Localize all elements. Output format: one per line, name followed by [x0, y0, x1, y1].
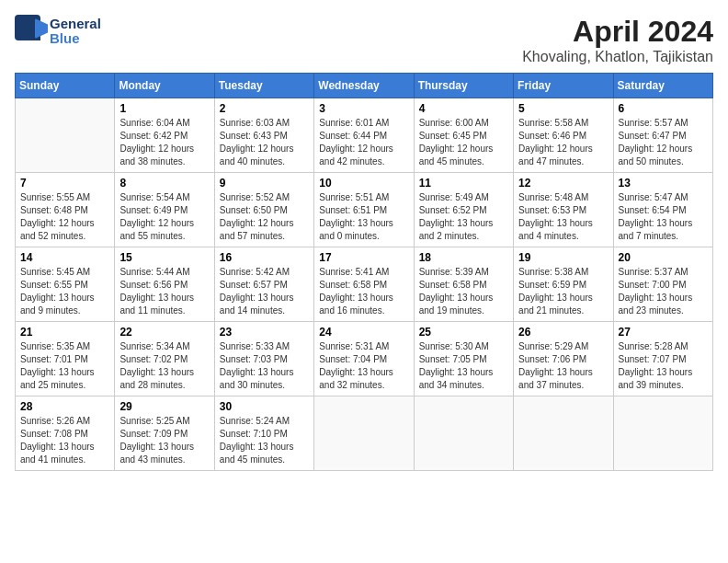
day-info: Sunrise: 5:52 AM Sunset: 6:50 PM Dayligh… [220, 191, 309, 243]
day-number: 12 [518, 177, 608, 190]
day-info: Sunrise: 5:30 AM Sunset: 7:05 PM Dayligh… [419, 340, 508, 392]
week-row-1: 1Sunrise: 6:04 AM Sunset: 6:42 PM Daylig… [16, 98, 713, 173]
calendar-cell: 23Sunrise: 5:33 AM Sunset: 7:03 PM Dayli… [214, 322, 313, 396]
calendar-cell [314, 396, 414, 471]
day-info: Sunrise: 5:55 AM Sunset: 6:48 PM Dayligh… [20, 191, 109, 243]
day-info: Sunrise: 5:29 AM Sunset: 7:06 PM Dayligh… [518, 340, 608, 392]
day-info: Sunrise: 5:51 AM Sunset: 6:51 PM Dayligh… [319, 191, 408, 243]
day-number: 20 [619, 251, 708, 264]
day-info: Sunrise: 5:31 AM Sunset: 7:04 PM Dayligh… [319, 340, 408, 392]
day-number: 10 [319, 177, 408, 190]
day-info: Sunrise: 5:42 AM Sunset: 6:57 PM Dayligh… [220, 266, 309, 317]
day-info: Sunrise: 5:34 AM Sunset: 7:02 PM Dayligh… [119, 340, 209, 392]
calendar-cell: 14Sunrise: 5:45 AM Sunset: 6:55 PM Dayli… [16, 247, 115, 322]
calendar-cell: 17Sunrise: 5:41 AM Sunset: 6:58 PM Dayli… [314, 247, 414, 322]
calendar-cell: 5Sunrise: 5:58 AM Sunset: 6:46 PM Daylig… [514, 98, 613, 173]
calendar-cell [16, 98, 115, 173]
logo-general: General [50, 17, 101, 32]
day-info: Sunrise: 5:35 AM Sunset: 7:01 PM Dayligh… [20, 340, 109, 392]
day-info: Sunrise: 5:33 AM Sunset: 7:03 PM Dayligh… [220, 340, 309, 392]
day-number: 24 [319, 326, 408, 339]
day-info: Sunrise: 6:01 AM Sunset: 6:44 PM Dayligh… [319, 117, 408, 168]
day-number: 14 [20, 251, 109, 264]
header: General Blue April 2024 Khovaling, Khatl… [15, 15, 713, 65]
day-info: Sunrise: 5:57 AM Sunset: 6:47 PM Dayligh… [619, 117, 708, 168]
day-number: 23 [220, 326, 309, 339]
day-number: 15 [119, 251, 209, 264]
day-info: Sunrise: 5:28 AM Sunset: 7:07 PM Dayligh… [619, 340, 708, 392]
calendar-cell: 22Sunrise: 5:34 AM Sunset: 7:02 PM Dayli… [115, 322, 214, 396]
day-number: 13 [619, 177, 708, 190]
month-title: April 2024 [522, 15, 713, 49]
calendar-cell: 24Sunrise: 5:31 AM Sunset: 7:04 PM Dayli… [314, 322, 414, 396]
day-number: 29 [119, 400, 209, 413]
day-info: Sunrise: 5:45 AM Sunset: 6:55 PM Dayligh… [20, 266, 109, 317]
weekday-header-row: SundayMondayTuesdayWednesdayThursdayFrid… [16, 74, 713, 98]
calendar-cell: 9Sunrise: 5:52 AM Sunset: 6:50 PM Daylig… [214, 173, 313, 247]
day-info: Sunrise: 6:03 AM Sunset: 6:43 PM Dayligh… [220, 117, 309, 168]
calendar-cell: 10Sunrise: 5:51 AM Sunset: 6:51 PM Dayli… [314, 173, 414, 247]
day-number: 26 [518, 326, 608, 339]
week-row-3: 14Sunrise: 5:45 AM Sunset: 6:55 PM Dayli… [16, 247, 713, 322]
day-info: Sunrise: 5:39 AM Sunset: 6:58 PM Dayligh… [419, 266, 508, 317]
calendar-cell: 12Sunrise: 5:48 AM Sunset: 6:53 PM Dayli… [514, 173, 613, 247]
day-info: Sunrise: 5:26 AM Sunset: 7:08 PM Dayligh… [20, 415, 109, 466]
calendar-cell: 13Sunrise: 5:47 AM Sunset: 6:54 PM Dayli… [613, 173, 712, 247]
day-number: 4 [419, 102, 508, 115]
weekday-header-tuesday: Tuesday [214, 74, 313, 98]
day-number: 17 [319, 251, 408, 264]
day-number: 3 [319, 102, 408, 115]
day-info: Sunrise: 5:41 AM Sunset: 6:58 PM Dayligh… [319, 266, 408, 317]
weekday-header-saturday: Saturday [613, 74, 712, 98]
calendar-cell: 4Sunrise: 6:00 AM Sunset: 6:45 PM Daylig… [414, 98, 513, 173]
calendar-cell: 30Sunrise: 5:24 AM Sunset: 7:10 PM Dayli… [214, 396, 313, 471]
day-number: 11 [419, 177, 508, 190]
week-row-4: 21Sunrise: 5:35 AM Sunset: 7:01 PM Dayli… [16, 322, 713, 396]
location-title: Khovaling, Khatlon, Tajikistan [522, 49, 713, 65]
calendar-cell: 26Sunrise: 5:29 AM Sunset: 7:06 PM Dayli… [514, 322, 613, 396]
day-number: 8 [119, 177, 209, 190]
calendar-cell: 25Sunrise: 5:30 AM Sunset: 7:05 PM Dayli… [414, 322, 513, 396]
day-info: Sunrise: 5:25 AM Sunset: 7:09 PM Dayligh… [119, 415, 209, 466]
calendar-cell: 6Sunrise: 5:57 AM Sunset: 6:47 PM Daylig… [613, 98, 712, 173]
calendar-cell: 29Sunrise: 5:25 AM Sunset: 7:09 PM Dayli… [115, 396, 214, 471]
calendar-cell: 3Sunrise: 6:01 AM Sunset: 6:44 PM Daylig… [314, 98, 414, 173]
day-info: Sunrise: 5:24 AM Sunset: 7:10 PM Dayligh… [220, 415, 309, 466]
day-number: 18 [419, 251, 508, 264]
logo-blue: Blue [50, 31, 101, 47]
calendar-cell [613, 396, 712, 471]
calendar-cell: 28Sunrise: 5:26 AM Sunset: 7:08 PM Dayli… [16, 396, 115, 471]
day-info: Sunrise: 5:44 AM Sunset: 6:56 PM Dayligh… [119, 266, 209, 317]
day-number: 16 [220, 251, 309, 264]
calendar-cell: 21Sunrise: 5:35 AM Sunset: 7:01 PM Dayli… [16, 322, 115, 396]
week-row-2: 7Sunrise: 5:55 AM Sunset: 6:48 PM Daylig… [16, 173, 713, 247]
calendar-cell: 15Sunrise: 5:44 AM Sunset: 6:56 PM Dayli… [115, 247, 214, 322]
day-number: 30 [220, 400, 309, 413]
calendar-cell: 16Sunrise: 5:42 AM Sunset: 6:57 PM Dayli… [214, 247, 313, 322]
day-info: Sunrise: 6:04 AM Sunset: 6:42 PM Dayligh… [119, 117, 209, 168]
weekday-header-wednesday: Wednesday [314, 74, 414, 98]
weekday-header-monday: Monday [115, 74, 214, 98]
day-number: 6 [619, 102, 708, 115]
day-number: 1 [119, 102, 209, 115]
calendar-cell: 2Sunrise: 6:03 AM Sunset: 6:43 PM Daylig… [214, 98, 313, 173]
day-info: Sunrise: 5:54 AM Sunset: 6:49 PM Dayligh… [119, 191, 209, 243]
day-info: Sunrise: 5:58 AM Sunset: 6:46 PM Dayligh… [518, 117, 608, 168]
day-number: 7 [20, 177, 109, 190]
calendar-cell: 11Sunrise: 5:49 AM Sunset: 6:52 PM Dayli… [414, 173, 513, 247]
calendar-cell [414, 396, 513, 471]
day-info: Sunrise: 5:38 AM Sunset: 6:59 PM Dayligh… [518, 266, 608, 317]
calendar-cell: 7Sunrise: 5:55 AM Sunset: 6:48 PM Daylig… [16, 173, 115, 247]
weekday-header-friday: Friday [514, 74, 613, 98]
day-number: 19 [518, 251, 608, 264]
day-number: 22 [119, 326, 209, 339]
day-info: Sunrise: 5:37 AM Sunset: 7:00 PM Dayligh… [619, 266, 708, 317]
day-number: 28 [20, 400, 109, 413]
day-number: 21 [20, 326, 109, 339]
weekday-header-sunday: Sunday [16, 74, 115, 98]
calendar-cell: 1Sunrise: 6:04 AM Sunset: 6:42 PM Daylig… [115, 98, 214, 173]
calendar-table: SundayMondayTuesdayWednesdayThursdayFrid… [15, 73, 713, 471]
day-number: 2 [220, 102, 309, 115]
logo: General Blue [15, 15, 101, 48]
title-area: April 2024 Khovaling, Khatlon, Tajikista… [522, 15, 713, 65]
